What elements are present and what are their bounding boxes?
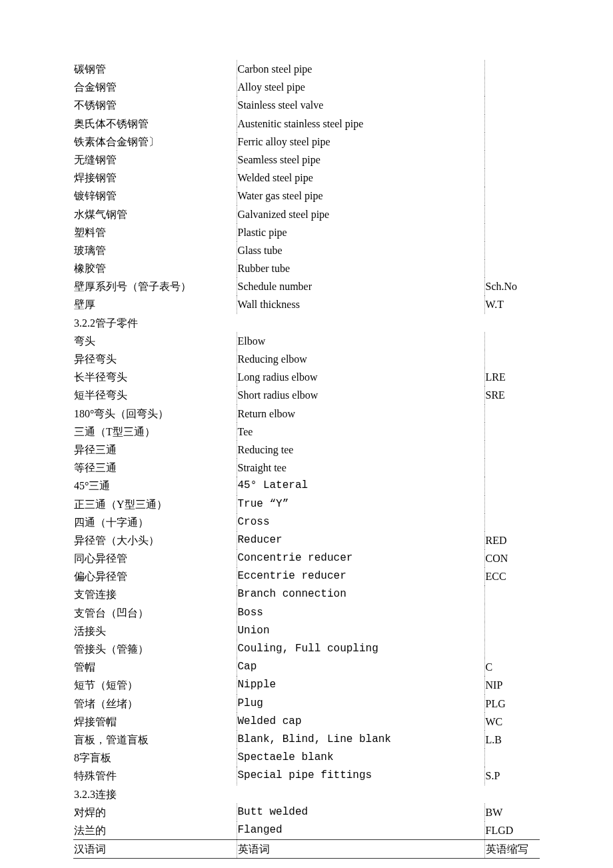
- table-row: 奥氏体不锈钢管Austenitic stainless steel pipe: [73, 115, 540, 133]
- abbreviation: FLGD: [484, 821, 540, 840]
- table-row: 铁素体合金钢管〕Ferric alloy steel pipe: [73, 133, 540, 151]
- english-term: True “Y”: [237, 495, 484, 513]
- abbreviation: Sch.No: [484, 277, 540, 295]
- english-term: Plug: [237, 695, 484, 713]
- english-term: Concentrie reducer: [237, 549, 484, 567]
- abbreviation: WC: [484, 713, 540, 731]
- abbreviation: [484, 78, 540, 96]
- table-row: 碳钢管Carbon steel pipe: [73, 60, 540, 78]
- column-header: 英语词: [237, 840, 484, 859]
- english-term: Carbon steel pipe: [237, 60, 484, 78]
- english-term: Ferric alloy steel pipe: [237, 133, 484, 151]
- abbreviation: [484, 513, 540, 531]
- table-row: 不锈钢管Stainless steel valve: [73, 96, 540, 114]
- abbreviation: S.P: [484, 767, 540, 785]
- chinese-term: 同心异径管: [73, 549, 237, 567]
- chinese-term: 180°弯头（回弯头）: [73, 405, 237, 423]
- english-term: Tee: [237, 423, 484, 441]
- table-row: 异径弯头Reducing elbow: [73, 350, 540, 368]
- chinese-term: 特殊管件: [73, 767, 237, 785]
- table-row: 特殊管件Special pipe fittingsS.P: [73, 767, 540, 785]
- english-term: Seamless steel pipe: [237, 151, 484, 169]
- table-row: 3.2.2管子零件: [73, 314, 540, 332]
- english-term: Boss: [237, 604, 484, 622]
- abbreviation: [484, 350, 540, 368]
- table-row: 镀锌钢管Water gas steel pipe: [73, 187, 540, 205]
- abbreviation: [484, 423, 540, 441]
- table-row: 焊接钢管Welded steel pipe: [73, 169, 540, 187]
- english-term: Reducing elbow: [237, 350, 484, 368]
- table-row: 管接头（管箍）Couling, Full coupling: [73, 640, 540, 658]
- english-term: Wall thickness: [237, 295, 484, 313]
- abbreviation: SRE: [484, 386, 540, 404]
- abbreviation: [484, 622, 540, 640]
- english-term: Reducer: [237, 531, 484, 549]
- chinese-term: 支管连接: [73, 585, 237, 603]
- abbreviation: [484, 96, 540, 114]
- chinese-term: 短节（短管）: [73, 676, 237, 694]
- english-term: Eccentrie reducer: [237, 567, 484, 585]
- english-term: Reducing tee: [237, 441, 484, 459]
- chinese-term: 等径三通: [73, 459, 237, 477]
- abbreviation: [484, 241, 540, 259]
- english-term: Special pipe fittings: [237, 767, 484, 785]
- chinese-term: 异径管（大小头）: [73, 531, 237, 549]
- table-row: 三通（T型三通）Tee: [73, 423, 540, 441]
- chinese-term: 无缝钢管: [73, 151, 237, 169]
- table-row: 四通（十字通）Cross: [73, 513, 540, 531]
- english-term: Cross: [237, 513, 484, 531]
- table-row: 短半径弯头Short radius elbowSRE: [73, 386, 540, 404]
- abbreviation: [484, 405, 540, 423]
- english-term: Return elbow: [237, 405, 484, 423]
- document-page: 碳钢管Carbon steel pipe合金钢管Alloy steel pipe…: [0, 0, 613, 868]
- chinese-term: 异径三通: [73, 441, 237, 459]
- abbreviation: NIP: [484, 676, 540, 694]
- english-term: Long radius elbow: [237, 368, 484, 386]
- chinese-term: 45°三通: [73, 477, 237, 495]
- abbreviation: [484, 223, 540, 241]
- english-term: Plastic pipe: [237, 223, 484, 241]
- abbreviation: [484, 187, 540, 205]
- abbreviation: [484, 477, 540, 495]
- abbreviation: [484, 169, 540, 187]
- english-term: Rubber tube: [237, 259, 484, 277]
- abbreviation: W.T: [484, 295, 540, 313]
- abbreviation: RED: [484, 531, 540, 549]
- table-row: 壁厚系列号（管子表号）Schedule numberSch.No: [73, 277, 540, 295]
- abbreviation: [484, 332, 540, 350]
- abbreviation: PLG: [484, 695, 540, 713]
- chinese-term: 镀锌钢管: [73, 187, 237, 205]
- chinese-term: 三通（T型三通）: [73, 423, 237, 441]
- abbreviation: [484, 115, 540, 133]
- table-row: 支管台（凹台）Boss: [73, 604, 540, 622]
- english-term: Branch connection: [237, 585, 484, 603]
- abbreviation: [484, 151, 540, 169]
- table-row: 异径管（大小头）ReducerRED: [73, 531, 540, 549]
- chinese-term: 壁厚: [73, 295, 237, 313]
- table-row: 8字盲板Spectaele blank: [73, 749, 540, 767]
- column-header: 汉语词: [73, 840, 237, 859]
- table-header-row: 汉语词英语词英语缩写: [73, 840, 540, 859]
- table-row: 异径三通Reducing tee: [73, 441, 540, 459]
- table-row: 塑料管Plastic pipe: [73, 223, 540, 241]
- english-term: Spectaele blank: [237, 749, 484, 767]
- english-term: Welded steel pipe: [237, 169, 484, 187]
- table-row: 180°弯头（回弯头）Return elbow: [73, 405, 540, 423]
- section-heading: 3.2.2管子零件: [73, 314, 540, 332]
- chinese-term: 对焊的: [73, 803, 237, 821]
- table-row: 橡胶管Rubber tube: [73, 259, 540, 277]
- chinese-term: 活接头: [73, 622, 237, 640]
- chinese-term: 铁素体合金钢管〕: [73, 133, 237, 151]
- english-term: Union: [237, 622, 484, 640]
- table-row: 对焊的Butt weldedBW: [73, 803, 540, 821]
- chinese-term: 焊接管帽: [73, 713, 237, 731]
- chinese-term: 短半径弯头: [73, 386, 237, 404]
- chinese-term: 支管台（凹台）: [73, 604, 237, 622]
- abbreviation: [484, 604, 540, 622]
- english-term: Blank, Blind, Line blank: [237, 731, 484, 749]
- table-row: 管堵（丝堵）PlugPLG: [73, 695, 540, 713]
- table-row: 焊接管帽Welded capWC: [73, 713, 540, 731]
- abbreviation: LRE: [484, 368, 540, 386]
- chinese-term: 塑料管: [73, 223, 237, 241]
- abbreviation: [484, 495, 540, 513]
